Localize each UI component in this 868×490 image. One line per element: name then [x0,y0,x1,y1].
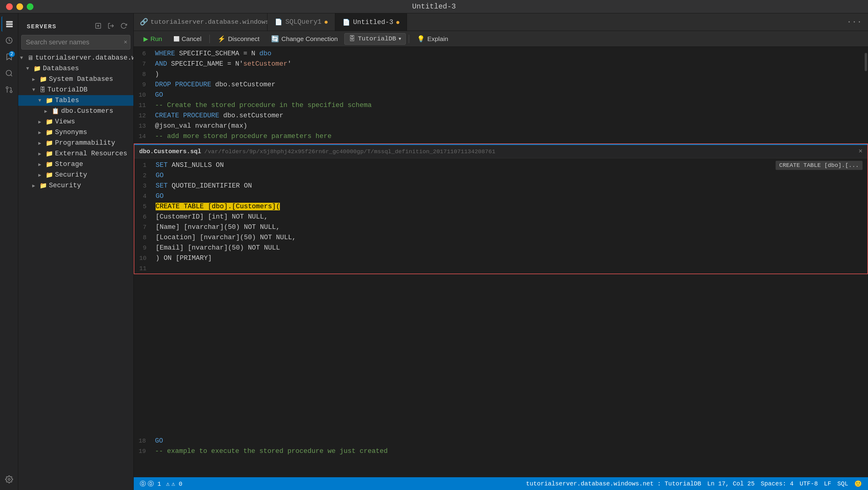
tree-arrow-external-resources: ▶ [38,151,44,157]
tree-arrow-views: ▶ [38,119,44,125]
tree-icon-tables: 📁 [45,97,53,104]
code-line-bottom: 19-- example to execute the stored proce… [134,446,868,457]
git-icon[interactable] [2,82,17,97]
code-line: 7 AND SPECIFIC_NAME = N'setCustomer' [134,59,868,69]
peek-panel: dbo.Customers.sql /var/folders/9p/x5j8hp… [134,144,868,274]
tab-connection[interactable]: 🔗 tutorialserver.database.windows.net:Tu… [134,13,268,31]
run-button[interactable]: ▶ Run [138,33,167,45]
search-icon[interactable] [2,66,17,81]
history-icon[interactable] [2,33,17,48]
database-selector[interactable]: 🗄 TutorialDB ▼ [344,33,405,45]
tree-item-security2[interactable]: ▶📁Security [18,180,133,191]
sidebar-refresh-icon[interactable] [118,20,129,31]
tree-icon-synonyms: 📁 [45,129,53,136]
app-container: 2 SERVERS [0,13,868,490]
tree-item-external-resources[interactable]: ▶📁External Resources [18,148,133,159]
settings-icon[interactable] [2,472,17,487]
warning-icon: ⚠ [166,480,169,488]
tree-arrow-security1: ▶ [38,172,44,178]
position-status: Ln 17, Col 25 [707,480,755,487]
tree-arrow-storage: ▶ [38,161,44,167]
peek-code-line: 11 [134,264,867,274]
tree-item-synonyms[interactable]: ▶📁Synonyms [18,127,133,138]
peek-line-number: 9 [134,243,153,253]
bookmarks-icon[interactable]: 2 [2,49,17,64]
code-line: 12CREATE PROCEDURE dbo.setCustomer [134,111,868,121]
line-number: 8 [134,69,152,80]
peek-line-content: [CustomerID] [int] NOT NULL, [153,212,867,222]
tab-sqlquery1-icon: 📄 [275,18,282,26]
code-line: 6WHERE SPECIFIC_SCHEMA = N dbo [134,49,868,59]
warnings-status[interactable]: ⚠ ⚠ 0 [166,480,182,488]
cancel-button[interactable]: ⬜ Cancel [169,33,206,45]
search-clear-icon[interactable]: × [124,39,127,46]
tree-item-views[interactable]: ▶📁Views [18,116,133,127]
tree-label-tables: Tables [55,97,79,104]
peek-line-content: SET QUOTED_IDENTIFIER ON [153,181,867,191]
code-line: 9DROP PROCEDURE dbo.setCustomer [134,80,868,90]
errors-status[interactable]: ⓪ ⓪ 1 [140,480,161,488]
tree-label-system-dbs: System Databases [49,75,113,83]
tree-label-synonyms: Synonyms [55,129,87,136]
tree-arrow-databases: ▼ [26,66,32,71]
tree-label-views: Views [55,118,75,126]
tree-item-databases[interactable]: ▼📁Databases [18,63,133,74]
sidebar-disconnect-icon[interactable] [105,20,116,31]
peek-line-number: 6 [134,212,153,222]
tree-item-tables[interactable]: ▼📁Tables [18,95,133,106]
tree-icon-views: 📁 [45,118,53,126]
tree-icon-security1: 📁 [45,171,53,179]
tab-untitled3[interactable]: 📄 Untitled-3 [335,13,407,31]
disconnect-icon: ⚡ [218,35,225,42]
main-content: 🔗 tutorialserver.database.windows.net:Tu… [134,13,868,490]
tree-arrow-tutorialdb: ▼ [32,87,38,93]
tree-label-storage: Storage [55,160,83,168]
explain-button[interactable]: 💡 Explain [412,33,453,45]
line-number: 11 [134,100,152,111]
tree-label-server: tutorialserver.database.windows.... [35,54,133,62]
main-editor-bottom[interactable]: 18GO19-- example to execute the stored p… [134,434,868,464]
dropdown-chevron-icon: ▼ [398,36,401,41]
svg-point-6 [10,91,12,93]
tab-sqlquery1[interactable]: 📄 SQLQuery1 [268,13,335,31]
tree-label-tutorialdb: TutorialDB [48,86,88,94]
tab-sqlquery1-label: SQLQuery1 [285,18,321,26]
disconnect-button[interactable]: ⚡ Disconnect [213,33,265,45]
minimize-button[interactable] [17,3,23,10]
tab-more-button[interactable]: ··· [841,13,868,31]
tree-item-dbo-customers[interactable]: ▶📋dbo.Customers [18,106,133,116]
tree-label-dbo-customers: dbo.Customers [61,107,113,115]
connection-icon: 🔗 [140,18,148,26]
peek-code-line: 5CREATE TABLE [dbo].[Customers]( [134,202,867,212]
tree-item-system-dbs[interactable]: ▶📁System Databases [18,74,133,85]
change-connection-button[interactable]: 🔄 Change Connection [266,33,343,45]
line-content: DROP PROCEDURE dbo.setCustomer [152,80,868,90]
peek-line-content: GO [153,191,867,202]
peek-filename: dbo.Customers.sql [139,148,201,155]
code-line: 8 ) [134,69,868,80]
svg-rect-0 [6,21,13,23]
peek-line-content: CREATE TABLE [dbo].[Customers]( [153,202,867,212]
tree-item-security1[interactable]: ▶📁Security [18,170,133,180]
tree-item-storage[interactable]: ▶📁Storage [18,159,133,170]
svg-line-5 [11,75,12,76]
peek-code-line: 8 [Location] [nvarchar](50) NOT NULL, [134,233,867,243]
toolbar-sep2 [409,35,409,43]
close-button[interactable] [6,3,13,10]
tree-item-tutorialdb[interactable]: ▼🗄TutorialDB [18,85,133,95]
peek-close-button[interactable]: × [859,148,863,155]
sidebar-new-query-icon[interactable] [93,20,104,31]
tree-item-server[interactable]: ▼🖥tutorialserver.database.windows.... [18,53,133,63]
servers-icon[interactable] [2,17,17,32]
line-number: 13 [134,121,152,131]
svg-rect-1 [6,23,13,25]
maximize-button[interactable] [27,3,33,10]
svg-point-7 [6,87,8,89]
peek-code-line: 2GO [134,171,867,181]
code-line: 11-- Create the stored procedure in the … [134,100,868,111]
peek-line-number: 11 [134,264,153,274]
search-input[interactable] [21,35,130,50]
tree-icon-storage: 📁 [45,160,53,168]
peek-line-number: 5 [134,202,153,212]
tree-item-programmability[interactable]: ▶📁Programmability [18,138,133,148]
